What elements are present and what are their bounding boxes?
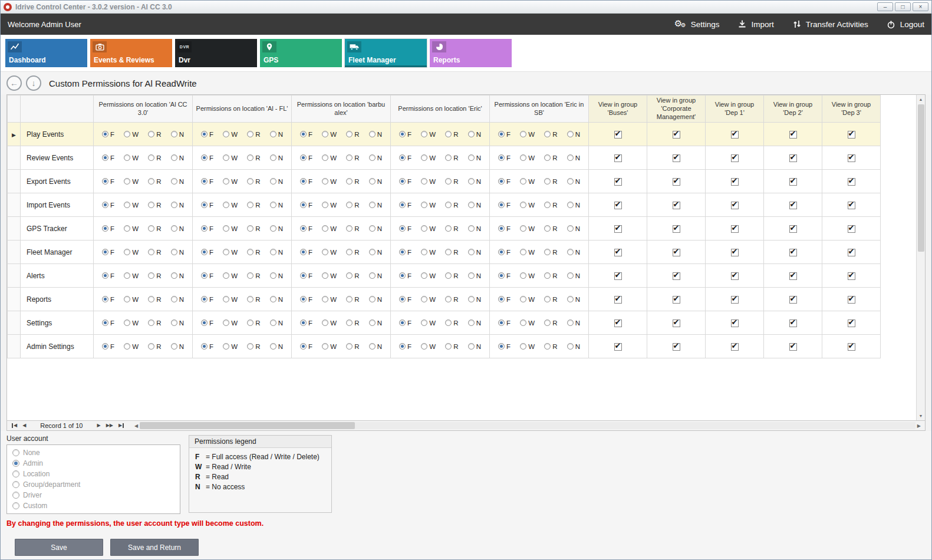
radio-option-r[interactable]: R: [544, 154, 557, 162]
radio-option-f[interactable]: F: [399, 343, 411, 350]
group-checkbox[interactable]: [614, 296, 622, 304]
group-checkbox[interactable]: [789, 319, 797, 327]
close-button[interactable]: ×: [913, 2, 928, 11]
radio-option-n[interactable]: N: [567, 131, 580, 138]
radio-option-f[interactable]: F: [102, 319, 114, 327]
radio-option-n[interactable]: N: [468, 131, 481, 138]
radio-option-n[interactable]: N: [369, 296, 382, 303]
radio-option-f[interactable]: F: [201, 178, 213, 185]
group-checkbox[interactable]: [848, 131, 855, 139]
radio-option-w[interactable]: W: [520, 131, 535, 138]
radio-option-r[interactable]: R: [544, 296, 557, 303]
horizontal-scrollbar[interactable]: ◀ ▶: [133, 422, 923, 429]
group-checkbox[interactable]: [731, 178, 739, 186]
radio-option-w[interactable]: W: [223, 319, 238, 327]
radio-option-r[interactable]: R: [346, 178, 359, 185]
radio-option-f[interactable]: F: [399, 154, 411, 162]
radio-option-f[interactable]: F: [498, 202, 511, 209]
radio-option-f[interactable]: F: [300, 154, 312, 162]
group-checkbox[interactable]: [673, 154, 680, 162]
table-row-play-events[interactable]: ▶Play EventsFWRNFWRNFWRNFWRNFWRN: [8, 123, 881, 146]
group-checkbox[interactable]: [731, 343, 739, 351]
radio-option-n[interactable]: N: [567, 225, 580, 232]
radio-option-f[interactable]: F: [201, 319, 213, 327]
radio-option-r[interactable]: R: [445, 178, 458, 185]
radio-option-w[interactable]: W: [124, 178, 139, 185]
radio-option-w[interactable]: W: [223, 202, 238, 209]
radio-option-w[interactable]: W: [124, 154, 139, 162]
nav-prev-record-button[interactable]: ◀: [21, 422, 28, 430]
radio-option-r[interactable]: R: [544, 178, 557, 185]
group-checkbox[interactable]: [673, 272, 680, 280]
radio-option-r[interactable]: R: [148, 343, 161, 350]
radio-option-n[interactable]: N: [171, 343, 184, 350]
radio-option-r[interactable]: R: [346, 249, 359, 256]
radio-option-w[interactable]: W: [421, 202, 436, 209]
radio-option-r[interactable]: R: [346, 225, 359, 232]
radio-option-n[interactable]: N: [171, 249, 184, 256]
group-checkbox[interactable]: [848, 225, 855, 233]
group-checkbox[interactable]: [614, 272, 622, 280]
table-row-review-events[interactable]: Review EventsFWRNFWRNFWRNFWRNFWRN: [8, 146, 881, 170]
radio-option-r[interactable]: R: [544, 225, 557, 232]
radio-option-f[interactable]: F: [498, 296, 511, 303]
radio-option-n[interactable]: N: [270, 296, 283, 303]
radio-option-r[interactable]: R: [544, 343, 557, 350]
radio-option-n[interactable]: N: [369, 154, 382, 162]
radio-option-w[interactable]: W: [124, 343, 139, 350]
group-checkbox[interactable]: [848, 272, 855, 280]
radio-option-f[interactable]: F: [201, 272, 213, 279]
radio-option-w[interactable]: W: [223, 131, 238, 138]
radio-option-w[interactable]: W: [520, 272, 535, 279]
radio-option-w[interactable]: W: [124, 202, 139, 209]
radio-option-w[interactable]: W: [223, 154, 238, 162]
save-button[interactable]: Save: [15, 539, 103, 556]
radio-option-r[interactable]: R: [346, 154, 359, 162]
radio-option-n[interactable]: N: [171, 131, 184, 138]
radio-option-f[interactable]: F: [102, 272, 114, 279]
group-checkbox[interactable]: [614, 249, 622, 256]
column-header-permissions-on-location-eric[interactable]: Permissions on location 'Eric': [391, 95, 490, 123]
radio-option-r[interactable]: R: [247, 178, 260, 185]
tab-fleet[interactable]: Fleet Manager: [345, 39, 427, 67]
radio-option-f[interactable]: F: [498, 272, 511, 279]
radio-option-r[interactable]: R: [346, 272, 359, 279]
group-checkbox[interactable]: [673, 319, 680, 327]
radio-option-f[interactable]: F: [399, 319, 411, 327]
group-checkbox[interactable]: [848, 154, 855, 162]
radio-option-n[interactable]: N: [468, 319, 481, 327]
column-header-view-in-group-dep-1[interactable]: View in group 'Dep 1': [706, 95, 764, 123]
tab-gps[interactable]: GPS: [260, 39, 342, 67]
radio-option-r[interactable]: R: [247, 343, 260, 350]
radio-option-w[interactable]: W: [223, 249, 238, 256]
radio-option-n[interactable]: N: [567, 272, 580, 279]
tab-reports[interactable]: Reports: [430, 39, 512, 67]
radio-option-f[interactable]: F: [300, 319, 312, 327]
group-checkbox[interactable]: [614, 319, 622, 327]
scroll-right-icon[interactable]: ▶: [915, 423, 923, 429]
group-checkbox[interactable]: [789, 202, 797, 209]
radio-option-w[interactable]: W: [520, 319, 535, 327]
group-checkbox[interactable]: [673, 343, 680, 351]
radio-option-w[interactable]: W: [520, 249, 535, 256]
radio-option-n[interactable]: N: [171, 296, 184, 303]
radio-option-n[interactable]: N: [270, 272, 283, 279]
radio-option-f[interactable]: F: [300, 131, 312, 138]
radio-option-r[interactable]: R: [445, 249, 458, 256]
horizontal-scroll-thumb[interactable]: [140, 422, 355, 429]
group-checkbox[interactable]: [848, 296, 855, 304]
radio-option-f[interactable]: F: [300, 225, 312, 232]
radio-option-w[interactable]: W: [124, 131, 139, 138]
scroll-up-icon[interactable]: ▲: [917, 95, 925, 104]
radio-option-r[interactable]: R: [346, 319, 359, 327]
settings-action[interactable]: ⚙⚙Settings: [674, 19, 720, 29]
column-header-permissions-on-location-al-fl[interactable]: Permissions on location 'Al - FL': [193, 95, 292, 123]
column-header-view-in-group-corporate-management[interactable]: View in group 'Corporate Management': [647, 95, 706, 123]
radio-option-f[interactable]: F: [201, 154, 213, 162]
group-checkbox[interactable]: [731, 202, 739, 209]
radio-option-n[interactable]: N: [369, 272, 382, 279]
radio-option-w[interactable]: W: [322, 154, 337, 162]
radio-option-n[interactable]: N: [567, 154, 580, 162]
radio-option-f[interactable]: F: [102, 178, 114, 185]
radio-option-f[interactable]: F: [300, 343, 312, 350]
